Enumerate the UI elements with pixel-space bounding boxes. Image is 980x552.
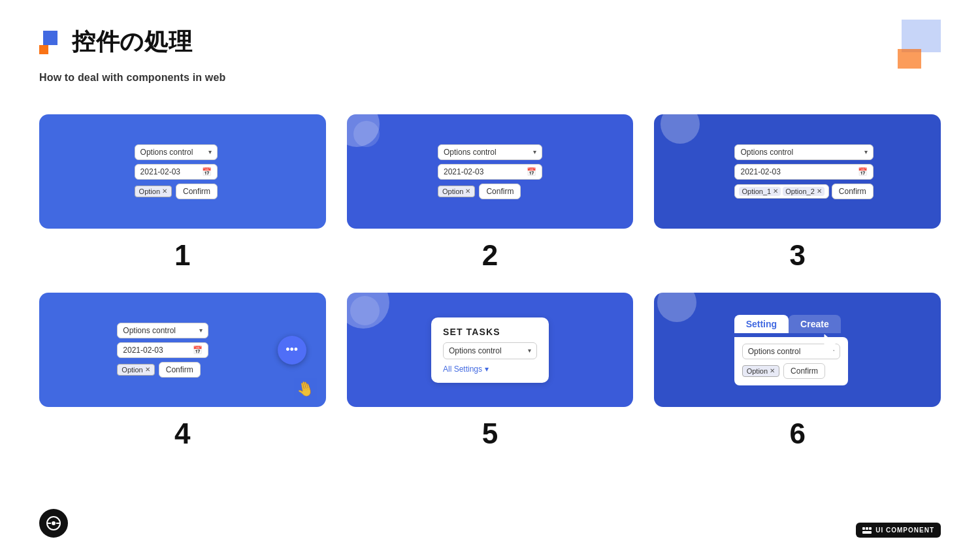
- card5-title: SET TASKS: [443, 327, 537, 337]
- card3-select[interactable]: Options control ▾: [734, 144, 873, 160]
- card2-select-label: Options control: [444, 148, 497, 157]
- card2-date-value: 2021-02-03: [444, 167, 483, 176]
- card1-tag-label: Option: [139, 187, 160, 195]
- card1-select-label: Options control: [140, 148, 193, 157]
- logo-left-icon: [46, 515, 61, 531]
- card5-link[interactable]: All Settings ▾: [443, 365, 537, 374]
- card-6-ui: Setting Create Options control ▾: [734, 315, 848, 385]
- card2-confirm-button[interactable]: Confirm: [479, 184, 521, 199]
- card3-tag1-remove-icon[interactable]: ✕: [773, 187, 778, 195]
- card-5-number: 5: [482, 417, 498, 450]
- card6-tag-label: Option: [747, 367, 768, 375]
- card6-tag-remove-icon[interactable]: ✕: [770, 367, 775, 374]
- card4-hand-icon: 🤚: [295, 379, 316, 400]
- card6-select-label: Options control: [748, 347, 801, 356]
- card6-tag[interactable]: Option ✕: [742, 365, 779, 377]
- card4-date[interactable]: 2021-02-03 📅: [117, 342, 208, 358]
- card-wrapper-6: Setting Create Options control ▾: [654, 293, 941, 450]
- card2-calendar-icon: 📅: [527, 167, 536, 176]
- card5-select-label: Options control: [449, 346, 502, 355]
- card-6-content: Setting Create Options control ▾: [654, 293, 941, 407]
- logo-right-text: UI COMPONENT: [875, 527, 934, 534]
- card-2-content: Options control ▾ 2021-02-03 📅 Option ✕ …: [347, 114, 634, 229]
- header: 控件の処理: [39, 26, 193, 58]
- card-4-ui: Options control ▾ 2021-02-03 📅 Option ✕ …: [117, 323, 208, 378]
- svg-point-1: [52, 521, 56, 525]
- card-wrapper-5: SET TASKS Options control ▾ All Settings…: [347, 293, 634, 450]
- card4-chevron-icon: ▾: [199, 327, 203, 334]
- card-4-content: Options control ▾ 2021-02-03 📅 Option ✕ …: [39, 293, 326, 407]
- card6-chevron-icon: ▾: [831, 348, 834, 355]
- card2-date[interactable]: 2021-02-03 📅: [438, 164, 542, 180]
- card1-tag-remove-icon[interactable]: ✕: [162, 187, 167, 195]
- card1-date[interactable]: 2021-02-03 📅: [135, 164, 218, 180]
- card-1-number: 1: [174, 239, 190, 272]
- card1-chevron-icon: ▾: [208, 148, 212, 155]
- card4-calendar-icon: 📅: [193, 346, 203, 355]
- card-1-content: Options control ▾ 2021-02-03 📅 Option ✕ …: [39, 114, 326, 229]
- logo-right: UI COMPONENT: [856, 523, 941, 538]
- card4-tag-remove-icon[interactable]: ✕: [145, 366, 150, 373]
- card-wrapper-2: Options control ▾ 2021-02-03 📅 Option ✕ …: [347, 114, 634, 272]
- card3-tag1[interactable]: Option_1 ✕: [739, 187, 781, 196]
- card-4: Options control ▾ 2021-02-03 📅 Option ✕ …: [39, 293, 326, 407]
- card2-select[interactable]: Options control ▾: [438, 144, 542, 160]
- card3-date-value: 2021-02-03: [740, 167, 780, 176]
- card3-tag2[interactable]: Option_2 ✕: [783, 187, 825, 196]
- card4-select-label: Options control: [123, 326, 176, 335]
- card-2-number: 2: [482, 239, 498, 272]
- card-wrapper-4: Options control ▾ 2021-02-03 📅 Option ✕ …: [39, 293, 326, 450]
- svg-rect-4: [862, 527, 865, 530]
- logo-left: [39, 509, 68, 538]
- card-3-content: Options control ▾ 2021-02-03 📅 Option_1 …: [654, 114, 941, 229]
- card-3-number: 3: [789, 239, 805, 272]
- header-icon: [39, 31, 63, 54]
- svg-rect-5: [866, 527, 868, 530]
- card2-tag-label: Option: [442, 187, 463, 195]
- card6-tab-setting[interactable]: Setting: [734, 315, 789, 333]
- card4-dots-icon: •••: [278, 336, 306, 365]
- card5-chevron-icon: ▾: [528, 347, 531, 354]
- card3-date[interactable]: 2021-02-03 📅: [734, 164, 873, 180]
- card5-link-chevron-icon: ▾: [485, 365, 489, 374]
- card3-confirm-button[interactable]: Confirm: [832, 184, 874, 199]
- card4-tag-label: Option: [122, 366, 142, 374]
- svg-rect-6: [869, 527, 872, 530]
- card-3-ui: Options control ▾ 2021-02-03 📅 Option_1 …: [734, 144, 873, 199]
- card-1: Options control ▾ 2021-02-03 📅 Option ✕ …: [39, 114, 326, 229]
- card6-tab-create-label: Create: [800, 319, 829, 329]
- card1-tag[interactable]: Option ✕: [135, 186, 172, 197]
- card3-calendar-icon: 📅: [858, 167, 868, 176]
- card4-confirm-button[interactable]: Confirm: [159, 362, 201, 378]
- card-6: Setting Create Options control ▾: [654, 293, 941, 407]
- page-subtitle: How to deal with components in web: [39, 72, 225, 84]
- card2-chevron-icon: ▾: [533, 148, 536, 155]
- card2-tag[interactable]: Option ✕: [438, 186, 475, 197]
- card-3: Options control ▾ 2021-02-03 📅 Option_1 …: [654, 114, 941, 229]
- card2-tag-remove-icon[interactable]: ✕: [465, 187, 470, 195]
- card1-confirm-button[interactable]: Confirm: [176, 184, 218, 199]
- logo-keyboard-icon: [862, 527, 872, 534]
- card6-tab-create[interactable]: Create: [789, 315, 841, 333]
- card-5: SET TASKS Options control ▾ All Settings…: [347, 293, 634, 407]
- card6-select[interactable]: Options control ▾: [742, 344, 840, 359]
- card-5-content: SET TASKS Options control ▾ All Settings…: [347, 293, 634, 407]
- card3-select-label: Options control: [740, 148, 793, 157]
- card-2-ui: Options control ▾ 2021-02-03 📅 Option ✕ …: [438, 144, 542, 199]
- card-1-ui: Options control ▾ 2021-02-03 📅 Option ✕ …: [135, 144, 218, 199]
- card5-select[interactable]: Options control ▾: [443, 342, 537, 359]
- card6-tab-setting-label: Setting: [746, 319, 777, 329]
- card4-select[interactable]: Options control ▾: [117, 323, 208, 338]
- card3-tag2-label: Option_2: [785, 187, 815, 195]
- card-6-number: 6: [789, 417, 805, 450]
- card1-date-value: 2021-02-03: [140, 167, 180, 176]
- card4-tag[interactable]: Option ✕: [117, 364, 154, 376]
- card-wrapper-3: Options control ▾ 2021-02-03 📅 Option_1 …: [654, 114, 941, 272]
- card4-dots: •••: [286, 343, 298, 357]
- card3-tag2-remove-icon[interactable]: ✕: [817, 187, 822, 195]
- card6-confirm-button[interactable]: Confirm: [783, 363, 825, 379]
- card-2: Options control ▾ 2021-02-03 📅 Option ✕ …: [347, 114, 634, 229]
- card1-select[interactable]: Options control ▾: [135, 144, 218, 160]
- card4-date-value: 2021-02-03: [123, 346, 163, 355]
- card5-link-label: All Settings: [443, 365, 482, 374]
